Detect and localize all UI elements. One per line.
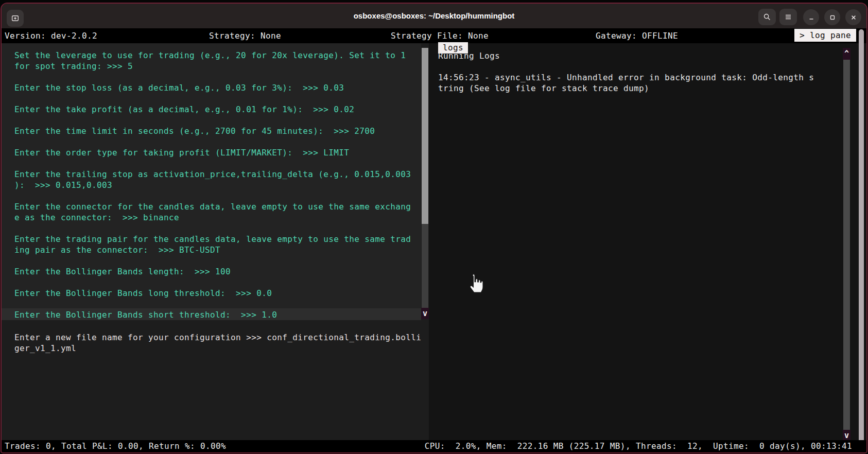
- prompt-line: ): >>> 0.015,0.003: [14, 180, 411, 190]
- trades-pnl-label: Trades: 0, Total P&L: 0.00, Return %: 0.…: [5, 440, 226, 452]
- mouse-pointer-hand-icon: [466, 273, 483, 295]
- prompt-line: [14, 93, 411, 104]
- prompt-line: for spot trading: >>> 5: [14, 61, 411, 72]
- input-line: ger_v1_1.yml: [14, 343, 421, 354]
- prompt-line: ing pair as the connector: >>> BTC-USDT: [14, 245, 411, 255]
- log-line: tring (See log file for stack trace dump…: [438, 83, 814, 94]
- search-button[interactable]: [758, 9, 776, 25]
- prompt-line: [14, 223, 411, 234]
- config-prompt-pane[interactable]: Set the leverage to use for trading (e.g…: [2, 43, 421, 440]
- input-line: Enter a new file name for your configura…: [14, 332, 421, 343]
- search-icon: [763, 13, 771, 21]
- prompt-line: [14, 72, 411, 82]
- prompt-line: Enter the take profit (as a decimal, e.g…: [14, 104, 411, 115]
- hamburger-icon: [784, 13, 792, 21]
- prompt-line: [14, 255, 411, 266]
- prompt-line: Enter the order type for taking profit (…: [14, 147, 411, 158]
- prompt-line: [14, 299, 411, 309]
- window-title: osboxes@osboxes: ~/Desktop/hummingbot: [2, 4, 866, 28]
- log-pane-button[interactable]: > log pane: [794, 29, 856, 42]
- log-pane-scrollbar: ^ v: [843, 43, 850, 440]
- left-scrollbar-track[interactable]: [422, 224, 428, 308]
- terminal-window: osboxes@osboxes: ~/Desktop/hummingbot: [1, 3, 867, 453]
- minimize-icon: [807, 13, 815, 22]
- log-line: 14:56:23 - async_utils - Unhandled error…: [438, 72, 814, 83]
- minimize-button[interactable]: [803, 9, 819, 25]
- prompt-line: Enter the stop loss (as a decimal, e.g.,…: [14, 82, 411, 93]
- prompt-line: [14, 190, 411, 201]
- strategy-file-label: Strategy File: None: [391, 28, 489, 43]
- terminal-scrollbar[interactable]: [859, 29, 864, 446]
- status-topbar: Version: dev-2.0.2 Strategy: None Strate…: [2, 28, 866, 43]
- gateway-status-label: Gateway: OFFLINE: [596, 28, 678, 43]
- left-scrollbar-thumb[interactable]: [422, 48, 428, 224]
- prompt-line: Enter the Bollinger Bands short threshol…: [14, 309, 411, 320]
- scroll-down-indicator: v: [843, 430, 850, 441]
- config-prompts: Set the leverage to use for trading (e.g…: [14, 50, 411, 320]
- prompt-line: [14, 277, 411, 288]
- prompt-line: Set the leverage to use for trading (e.g…: [14, 50, 411, 61]
- prompt-line: Enter the trading pair for the candles d…: [14, 234, 411, 245]
- left-pane-scrollbar: v: [421, 43, 429, 440]
- log-output: 14:56:23 - async_utils - Unhandled error…: [438, 72, 814, 94]
- system-stats-label: CPU: 2.0%, Mem: 222.16 MB (225.17 MB), T…: [425, 440, 852, 452]
- prompt-line: [14, 115, 411, 126]
- scroll-up-indicator: ^: [843, 48, 850, 60]
- prompt-line: [14, 158, 411, 169]
- prompt-line: Enter the time limit in seconds (e.g., 2…: [14, 126, 411, 136]
- maximize-icon: [828, 13, 837, 22]
- menu-button[interactable]: [779, 9, 797, 25]
- scroll-down-indicator: v: [421, 308, 429, 319]
- prompt-line: Enter the trailing stop as activation_pr…: [14, 169, 411, 180]
- desktop-screen: osboxes@osboxes: ~/Desktop/hummingbot: [0, 0, 868, 454]
- log-scrollbar-track[interactable]: [843, 60, 850, 430]
- strategy-label: Strategy: None: [209, 28, 281, 43]
- close-icon: [849, 13, 858, 22]
- close-button[interactable]: [845, 9, 861, 25]
- prompt-line: Enter the connector for the candles data…: [14, 201, 411, 212]
- prompt-line: e as the connector: >>> binance: [14, 212, 411, 223]
- prompt-line: Enter the Bollinger Bands length: >>> 10…: [14, 266, 411, 277]
- running-logs-heading: Running Logs: [438, 50, 500, 61]
- status-bottombar: Trades: 0, Total P&L: 0.00, Return %: 0.…: [2, 440, 866, 452]
- window-titlebar: osboxes@osboxes: ~/Desktop/hummingbot: [2, 4, 866, 28]
- prompt-line: Enter the Bollinger Bands long threshold…: [14, 288, 411, 299]
- log-pane[interactable]: logs Running Logs 14:56:23 - async_utils…: [429, 43, 866, 440]
- version-label: Version: dev-2.0.2: [5, 28, 97, 43]
- maximize-button[interactable]: [824, 9, 840, 25]
- prompt-line: [14, 136, 411, 147]
- filename-input-prompt[interactable]: Enter a new file name for your configura…: [14, 332, 421, 354]
